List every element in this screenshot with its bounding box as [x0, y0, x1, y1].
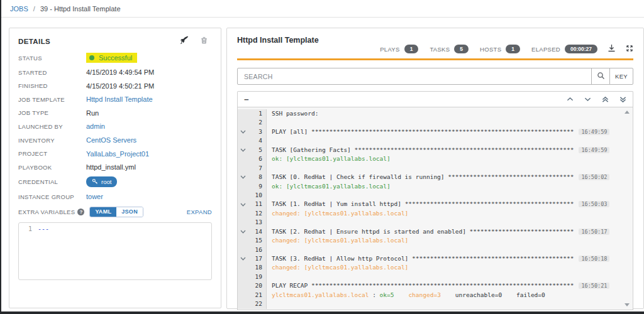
- delete-button[interactable]: [200, 36, 208, 47]
- console-line: 19: [238, 273, 633, 281]
- line-number: 22: [248, 300, 267, 308]
- line-text: TASK [Gathering Facts] *****************…: [267, 146, 609, 154]
- detail-label: JOB TYPE: [18, 109, 86, 116]
- chevron-down-icon[interactable]: [238, 146, 248, 154]
- stat-item: HOSTS1: [480, 45, 520, 53]
- gutter-spacer: [238, 281, 248, 290]
- chevron-down-icon[interactable]: [584, 97, 591, 102]
- line-text: changed: [ylcltmcas01.yallalabs.local]: [267, 209, 408, 218]
- asterisk-padding: ****************************************…: [405, 200, 574, 207]
- line-number: 8: [248, 173, 267, 181]
- line-text: [267, 218, 272, 227]
- line-text: TASK [2. Redhat | Ensure httpd is starte…: [267, 227, 609, 236]
- trash-icon: [200, 36, 208, 47]
- line-text: SSH password:: [267, 109, 318, 118]
- detail-value-link[interactable]: CentOS Servers: [86, 136, 136, 144]
- detail-row: JOB TYPERun: [18, 109, 212, 117]
- collapse-all-button[interactable]: −: [244, 95, 249, 104]
- chevron-up-icon[interactable]: [567, 97, 574, 102]
- details-rows: STATUSSuccessfulSTARTED4/15/2019 4:49:54…: [18, 53, 212, 201]
- detail-label: STATUS: [18, 55, 86, 62]
- text-segment: TASK [3. RedHat | Allow http Protocol]: [272, 255, 412, 262]
- download-button[interactable]: [608, 43, 616, 55]
- search-input[interactable]: [237, 68, 592, 85]
- expand-link[interactable]: EXPAND: [187, 208, 212, 215]
- console-line: 6ok: [ylcltmcas01.yallalabs.local]: [238, 154, 633, 163]
- scroll-down-arrow[interactable]: [625, 303, 630, 306]
- output-title: Httpd Install Template: [237, 36, 319, 45]
- timestamp-badge: 16:50:02: [579, 174, 609, 180]
- line-number: 3: [248, 127, 267, 136]
- text-segment: TASK [0. RedHat | Check if firewalld is …: [272, 173, 448, 180]
- scroll-up-arrow[interactable]: [625, 111, 630, 114]
- chevron-down-icon[interactable]: [238, 254, 248, 263]
- expand-arrows-icon: [626, 43, 633, 55]
- expand-button[interactable]: [626, 43, 633, 55]
- chevron-down-icon[interactable]: [238, 200, 248, 208]
- console-line: 20PLAY RECAP ***************************…: [238, 281, 633, 290]
- breadcrumb-current: 39 - Httpd Install Template: [40, 5, 121, 13]
- line-text: [267, 273, 272, 281]
- search-icon: [597, 72, 605, 82]
- stat-value-badge: 1: [506, 45, 520, 53]
- console-line: 10: [238, 191, 633, 200]
- extra-variables-editor[interactable]: 1 ---: [18, 222, 212, 280]
- line-number: 2: [248, 118, 267, 127]
- chevron-down-icon[interactable]: [238, 227, 248, 236]
- detail-value-link[interactable]: YallaLabs_Project01: [86, 150, 149, 158]
- detail-value: 4/15/2019 4:50:21 PM: [86, 82, 154, 90]
- chevron-down-icon[interactable]: [238, 127, 248, 136]
- line-number: 20: [248, 281, 267, 290]
- job-stats: PLAYS1TASKS5HOSTS1ELAPSED00:00:27: [369, 43, 633, 55]
- detail-row: JOB TEMPLATEHttpd Install Template: [18, 95, 212, 104]
- double-chevron-up-icon[interactable]: [602, 96, 609, 103]
- stat-label: HOSTS: [480, 46, 501, 53]
- timestamp-badge: 16:50:03: [579, 201, 609, 207]
- console-line: 18changed: [ylcltmcas01.yallalabs.local]: [238, 263, 633, 272]
- key-button[interactable]: KEY: [609, 68, 633, 85]
- console-line: 12changed: [ylcltmcas01.yallalabs.local]: [238, 209, 633, 218]
- line-number: 4: [248, 136, 267, 145]
- editor-line-number: 1: [19, 225, 38, 279]
- text-segment: TASK [2. Redhat | Ensure httpd is starte…: [272, 228, 470, 235]
- detail-value-link[interactable]: Httpd Install Template: [86, 95, 153, 103]
- line-text: PLAY RECAP *****************************…: [267, 281, 609, 290]
- search-button[interactable]: [591, 68, 610, 85]
- json-toggle-button[interactable]: JSON: [116, 207, 143, 217]
- relaunch-button[interactable]: [180, 36, 189, 47]
- line-number: 14: [248, 227, 267, 236]
- text-segment: PLAY [all]: [272, 128, 311, 135]
- line-number: 16: [248, 246, 267, 254]
- yaml-toggle-button[interactable]: YAML: [90, 207, 116, 217]
- detail-row: PLAYBOOKhttpd_install.yml: [18, 163, 212, 171]
- detail-value-link[interactable]: tower: [86, 193, 103, 200]
- text-segment: ok=5: [380, 291, 394, 298]
- gutter-spacer: [238, 136, 248, 145]
- key-icon: [92, 178, 98, 186]
- console-line: 21ylcltmcas01.yallalabs.local : ok=5 cha…: [238, 291, 633, 300]
- credential-badge[interactable]: root: [86, 176, 117, 187]
- text-segment: SSH password:: [272, 110, 318, 117]
- detail-value-link[interactable]: admin: [86, 122, 105, 130]
- editor-content: ---: [38, 225, 49, 279]
- line-number: 18: [248, 263, 267, 272]
- text-segment: changed: [ylcltmcas01.yallalabs.local]: [272, 264, 408, 271]
- chevron-down-icon[interactable]: [238, 173, 248, 181]
- text-segment: changed: [ylcltmcas01.yallalabs.local]: [272, 210, 408, 217]
- double-chevron-down-icon[interactable]: [619, 96, 626, 103]
- text-segment: ok: [ylcltmcas01.yallalabs.local]: [272, 155, 391, 162]
- text-segment: :: [369, 291, 379, 298]
- rocket-icon: [180, 36, 189, 47]
- orange-divider: [237, 58, 633, 60]
- details-title: DETAILS: [18, 38, 50, 45]
- breadcrumb-jobs-link[interactable]: JOBS: [10, 5, 28, 13]
- timestamp-badge: 16:50:17: [579, 229, 609, 235]
- console-output: 1SSH password:23PLAY [all] *************…: [237, 107, 633, 310]
- detail-row: LAUNCHED BYadmin: [18, 122, 212, 131]
- line-text: ylcltmcas01.yallalabs.local : ok=5 chang…: [267, 291, 545, 300]
- credential-name: root: [101, 178, 111, 185]
- gutter-spacer: [238, 246, 248, 254]
- line-number: 12: [248, 209, 267, 218]
- text-segment: [394, 291, 409, 298]
- console-line: 8TASK [0. RedHat | Check if firewalld is…: [238, 173, 633, 181]
